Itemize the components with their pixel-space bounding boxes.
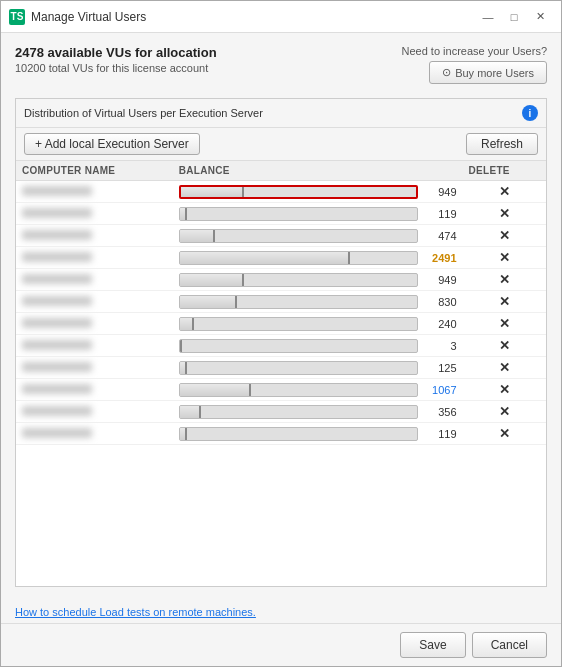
blurred-computer-name	[22, 274, 92, 284]
delete-button[interactable]: ✕	[499, 294, 510, 309]
computer-name-cell	[16, 291, 173, 313]
bottom-link-area: How to schedule Load tests on remote mac…	[1, 597, 561, 623]
computer-name-cell	[16, 379, 173, 401]
slider-track[interactable]	[179, 251, 418, 265]
slider-container[interactable]: 1067	[179, 383, 457, 397]
balance-cell[interactable]: 474	[173, 225, 463, 247]
slider-container[interactable]: 474	[179, 229, 457, 243]
minimize-button[interactable]: —	[475, 7, 501, 27]
slider-track[interactable]	[179, 383, 418, 397]
slider-track[interactable]	[179, 207, 418, 221]
delete-cell: ✕	[463, 181, 546, 203]
top-section: 2478 available VUs for allocation 10200 …	[15, 45, 547, 84]
delete-cell: ✕	[463, 203, 546, 225]
blurred-computer-name	[22, 406, 92, 416]
slider-fill	[180, 428, 187, 440]
blurred-computer-name	[22, 230, 92, 240]
slider-fill	[180, 340, 182, 352]
computer-name-cell	[16, 247, 173, 269]
slider-track[interactable]	[179, 273, 418, 287]
slider-value: 356	[422, 406, 457, 418]
delete-cell: ✕	[463, 313, 546, 335]
slider-track[interactable]	[179, 339, 418, 353]
balance-cell[interactable]: 949	[173, 269, 463, 291]
balance-cell[interactable]: 356	[173, 401, 463, 423]
cancel-button[interactable]: Cancel	[472, 632, 547, 658]
slider-track[interactable]	[179, 405, 418, 419]
balance-cell[interactable]: 3	[173, 335, 463, 357]
delete-button[interactable]: ✕	[499, 228, 510, 243]
delete-button[interactable]: ✕	[499, 206, 510, 221]
slider-container[interactable]: 125	[179, 361, 457, 375]
slider-container[interactable]: 949	[179, 273, 457, 287]
balance-cell[interactable]: 119	[173, 423, 463, 445]
balance-cell[interactable]: 2491	[173, 247, 463, 269]
slider-value: 240	[422, 318, 457, 330]
server-table: COMPUTER NAME BALANCE DELETE 949✕119✕474…	[16, 161, 546, 445]
delete-button[interactable]: ✕	[499, 316, 510, 331]
slider-container[interactable]: 2491	[179, 251, 457, 265]
maximize-button[interactable]: □	[501, 7, 527, 27]
table-row: 119✕	[16, 203, 546, 225]
balance-cell[interactable]: 949	[173, 181, 463, 203]
available-vu-text: 2478 available VUs for allocation	[15, 45, 217, 60]
col-balance: BALANCE	[173, 161, 463, 181]
info-icon[interactable]: i	[522, 105, 538, 121]
slider-container[interactable]: 3	[179, 339, 457, 353]
slider-track[interactable]	[179, 361, 418, 375]
delete-button[interactable]: ✕	[499, 360, 510, 375]
balance-cell[interactable]: 240	[173, 313, 463, 335]
slider-fill	[181, 187, 244, 197]
delete-cell: ✕	[463, 423, 546, 445]
slider-value: 2491	[422, 252, 457, 264]
slider-container[interactable]: 356	[179, 405, 457, 419]
slider-track[interactable]	[179, 295, 418, 309]
delete-button[interactable]: ✕	[499, 426, 510, 441]
save-button[interactable]: Save	[400, 632, 465, 658]
delete-button[interactable]: ✕	[499, 382, 510, 397]
close-button[interactable]: ✕	[527, 7, 553, 27]
blurred-computer-name	[22, 252, 92, 262]
slider-value: 830	[422, 296, 457, 308]
buy-section: Need to increase your Users? ⊙ Buy more …	[401, 45, 547, 84]
delete-cell: ✕	[463, 269, 546, 291]
delete-button[interactable]: ✕	[499, 404, 510, 419]
slider-container[interactable]: 119	[179, 427, 457, 441]
add-execution-server-button[interactable]: + Add local Execution Server	[24, 133, 200, 155]
title-bar: TS Manage Virtual Users — □ ✕	[1, 1, 561, 33]
slider-fill	[180, 252, 351, 264]
manage-virtual-users-window: TS Manage Virtual Users — □ ✕ 2478 avail…	[0, 0, 562, 667]
buy-icon: ⊙	[442, 66, 451, 79]
table-row: 240✕	[16, 313, 546, 335]
balance-cell[interactable]: 830	[173, 291, 463, 313]
computer-name-cell	[16, 423, 173, 445]
balance-cell[interactable]: 125	[173, 357, 463, 379]
delete-button[interactable]: ✕	[499, 272, 510, 287]
computer-name-cell	[16, 335, 173, 357]
computer-name-cell	[16, 203, 173, 225]
table-row: 830✕	[16, 291, 546, 313]
slider-container[interactable]: 830	[179, 295, 457, 309]
slider-value: 125	[422, 362, 457, 374]
slider-value: 1067	[422, 384, 457, 396]
refresh-button[interactable]: Refresh	[466, 133, 538, 155]
blurred-computer-name	[22, 384, 92, 394]
delete-button[interactable]: ✕	[499, 184, 510, 199]
distribution-section: Distribution of Virtual Users per Execut…	[15, 98, 547, 587]
slider-container[interactable]: 119	[179, 207, 457, 221]
slider-container[interactable]: 949	[179, 185, 457, 199]
computer-name-cell	[16, 269, 173, 291]
slider-container[interactable]: 240	[179, 317, 457, 331]
slider-track[interactable]	[179, 229, 418, 243]
slider-track[interactable]	[179, 427, 418, 441]
balance-cell[interactable]: 1067	[173, 379, 463, 401]
buy-more-users-button[interactable]: ⊙ Buy more Users	[429, 61, 547, 84]
delete-button[interactable]: ✕	[499, 250, 510, 265]
balance-cell[interactable]: 119	[173, 203, 463, 225]
schedule-load-tests-link[interactable]: How to schedule Load tests on remote mac…	[15, 606, 256, 618]
slider-track[interactable]	[179, 317, 418, 331]
table-row: 3✕	[16, 335, 546, 357]
slider-value: 119	[422, 208, 457, 220]
delete-button[interactable]: ✕	[499, 338, 510, 353]
slider-track[interactable]	[179, 185, 418, 199]
